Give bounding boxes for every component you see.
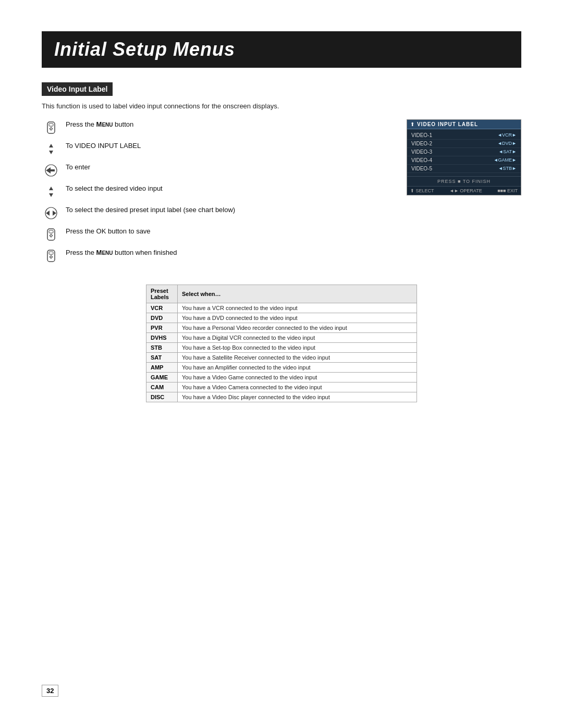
svg-marker-9 bbox=[46, 167, 55, 174]
svg-marker-14 bbox=[53, 211, 56, 216]
tv-screen-footer: ⬆ SELECT ◄► OPERATE ■■■ EXIT bbox=[407, 186, 521, 195]
instruction-text-7: Press the MENU button when finished bbox=[66, 248, 177, 258]
preset-desc-amp: You have an Amplifier connected to the v… bbox=[178, 363, 417, 373]
preset-label-stb: STB bbox=[146, 343, 178, 353]
preset-label-pvr: PVR bbox=[146, 323, 178, 333]
preset-desc-pvr: You have a Personal Video recorder conne… bbox=[178, 323, 417, 333]
ok-button-icon bbox=[42, 227, 60, 242]
preset-table-container: PresetLabels Select when… VCR You have a… bbox=[42, 285, 521, 402]
instruction-text-6: Press the OK button to save bbox=[66, 226, 151, 237]
menu-finish-icon bbox=[42, 248, 60, 264]
table-row: DISC You have a Video Disc player connec… bbox=[146, 392, 417, 402]
section-description: This function is used to label video inp… bbox=[42, 102, 521, 110]
nav-up-down-icon bbox=[42, 141, 60, 157]
table-row: AMP You have an Amplifier connected to t… bbox=[146, 363, 417, 373]
svg-point-18 bbox=[50, 235, 52, 237]
preset-labels-table: PresetLabels Select when… VCR You have a… bbox=[146, 285, 417, 402]
preset-label-game: GAME bbox=[146, 373, 178, 382]
preset-desc-stb: You have a Set-top Box connected to the … bbox=[178, 343, 417, 353]
instruction-row-7: Press the MENU button when finished bbox=[42, 248, 386, 264]
preset-desc-sat: You have a Satellite Receiver connected … bbox=[178, 353, 417, 363]
instruction-text-3: To enter bbox=[66, 162, 90, 172]
table-row: GAME You have a Video Game connected to … bbox=[146, 373, 417, 382]
page-number: 32 bbox=[42, 685, 58, 697]
preset-label-amp: AMP bbox=[146, 363, 178, 373]
tv-screen-row: VIDEO-4 ◄GAME► bbox=[407, 156, 521, 165]
table-row: STB You have a Set-top Box connected to … bbox=[146, 343, 417, 353]
table-header-labels: PresetLabels bbox=[146, 285, 178, 303]
instruction-text-1: Press the MENU button bbox=[66, 119, 133, 130]
tv-screen-row: VIDEO-5 ◄STB► bbox=[407, 165, 521, 173]
table-row: PVR You have a Personal Video recorder c… bbox=[146, 323, 417, 333]
instruction-row-5: To select the desired preset input label… bbox=[42, 205, 386, 221]
tv-screen-icon: ⬆ bbox=[410, 121, 414, 127]
table-header-select: Select when… bbox=[178, 285, 417, 303]
table-row: CAM You have a Video Camera connected to… bbox=[146, 382, 417, 392]
preset-label-cam: CAM bbox=[146, 382, 178, 392]
tv-screen-mockup: ⬆ VIDEO INPUT LABEL VIDEO-1 ◄VCR► VIDEO-… bbox=[407, 119, 521, 269]
svg-rect-17 bbox=[49, 230, 53, 233]
tv-screen-row: VIDEO-1 ◄VCR► bbox=[407, 131, 521, 140]
preset-label-dvhs: DVHS bbox=[146, 333, 178, 343]
section-header: Video Input Label bbox=[42, 82, 113, 96]
table-row: DVD You have a DVD connected to the vide… bbox=[146, 313, 417, 323]
enter-icon bbox=[42, 163, 60, 178]
tv-screen-row: VIDEO-2 ◄DVD► bbox=[407, 140, 521, 148]
svg-marker-7 bbox=[49, 144, 53, 147]
page-title: Initial Setup Menus bbox=[54, 39, 509, 60]
instruction-row-3: To enter bbox=[42, 162, 386, 178]
instructions-list: Press the MENU button To VIDEO INPUT LAB… bbox=[42, 119, 386, 269]
tv-screen-row: VIDEO-3 ◄SAT► bbox=[407, 148, 521, 156]
preset-desc-vcr: You have a VCR connected to the video in… bbox=[178, 303, 417, 313]
svg-point-2 bbox=[50, 128, 52, 130]
tv-screen: ⬆ VIDEO INPUT LABEL VIDEO-1 ◄VCR► VIDEO-… bbox=[407, 119, 521, 195]
tv-screen-rows: VIDEO-1 ◄VCR► VIDEO-2 ◄DVD► VIDEO-3 ◄SAT… bbox=[407, 129, 521, 175]
preset-label-sat: SAT bbox=[146, 353, 178, 363]
table-row: DVHS You have a Digital VCR connected to… bbox=[146, 333, 417, 343]
preset-desc-disc: You have a Video Disc player connected t… bbox=[178, 392, 417, 402]
tv-screen-finish-text: PRESS ■ TO FINISH bbox=[407, 176, 521, 186]
preset-label-dvd: DVD bbox=[146, 313, 178, 323]
preset-desc-dvhs: You have a Digital VCR connected to the … bbox=[178, 333, 417, 343]
preset-label-disc: DISC bbox=[146, 392, 178, 402]
preset-desc-cam: You have a Video Camera connected to the… bbox=[178, 382, 417, 392]
table-row: SAT You have a Satellite Receiver connec… bbox=[146, 353, 417, 363]
instruction-text-5: To select the desired preset input label… bbox=[66, 205, 235, 215]
instruction-row-1: Press the MENU button bbox=[42, 119, 386, 135]
svg-marker-13 bbox=[46, 211, 50, 216]
page-title-bar: Initial Setup Menus bbox=[42, 31, 521, 68]
svg-marker-12 bbox=[49, 193, 53, 197]
instruction-row-4: To select the desired video input bbox=[42, 183, 386, 200]
svg-rect-1 bbox=[49, 124, 53, 126]
instruction-row-2: To VIDEO INPUT LABEL bbox=[42, 141, 386, 157]
menu-button-icon bbox=[42, 120, 60, 135]
instruction-row-6: Press the OK button to save bbox=[42, 226, 386, 242]
svg-rect-24 bbox=[49, 252, 53, 254]
nav-operate-icon bbox=[42, 205, 60, 221]
instruction-text-4: To select the desired video input bbox=[66, 183, 163, 194]
table-row: VCR You have a VCR connected to the vide… bbox=[146, 303, 417, 313]
preset-desc-dvd: You have a DVD connected to the video in… bbox=[178, 313, 417, 323]
tv-screen-header: ⬆ VIDEO INPUT LABEL bbox=[407, 120, 521, 129]
svg-marker-8 bbox=[49, 151, 53, 154]
instruction-text-2: To VIDEO INPUT LABEL bbox=[66, 141, 141, 151]
preset-desc-game: You have a Video Game connected to the v… bbox=[178, 373, 417, 382]
preset-label-vcr: VCR bbox=[146, 303, 178, 313]
nav-select-icon bbox=[42, 184, 60, 200]
svg-marker-11 bbox=[49, 187, 53, 190]
svg-point-25 bbox=[50, 256, 52, 258]
